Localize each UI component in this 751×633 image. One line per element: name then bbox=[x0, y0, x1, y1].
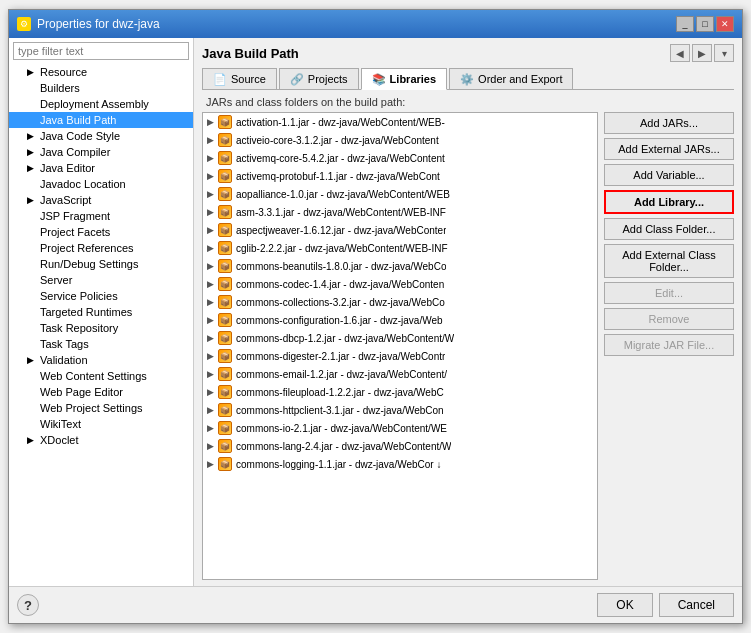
close-button[interactable]: ✕ bbox=[716, 16, 734, 32]
panel-header: Java Build Path ◀ ▶ ▾ bbox=[202, 44, 734, 62]
help-button[interactable]: ? bbox=[17, 594, 39, 616]
properties-dialog: ⚙ Properties for dwz-java _ □ ✕ ▶Resourc… bbox=[8, 9, 743, 624]
jar-list-item[interactable]: ▶📦aopalliance-1.0.jar - dwz-java/WebCont… bbox=[203, 185, 597, 203]
jar-list-item[interactable]: ▶📦aspectjweaver-1.6.12.jar - dwz-java/We… bbox=[203, 221, 597, 239]
jar-icon: 📦 bbox=[218, 223, 232, 237]
tree-item-task-repository[interactable]: Task Repository bbox=[9, 320, 193, 336]
jar-list-item[interactable]: ▶📦commons-codec-1.4.jar - dwz-java/WebCo… bbox=[203, 275, 597, 293]
filter-input[interactable] bbox=[13, 42, 189, 60]
right-panel: Java Build Path ◀ ▶ ▾ 📄Source🔗Projects📚L… bbox=[194, 38, 742, 586]
list-expand-icon: ▶ bbox=[207, 369, 214, 379]
jar-icon: 📦 bbox=[218, 169, 232, 183]
tree-item-xdoclet[interactable]: ▶XDoclet bbox=[9, 432, 193, 448]
tree-item-wikitext[interactable]: WikiText bbox=[9, 416, 193, 432]
tab-projects[interactable]: 🔗Projects bbox=[279, 68, 359, 89]
tree-item-java-code-style[interactable]: ▶Java Code Style bbox=[9, 128, 193, 144]
list-expand-icon: ▶ bbox=[207, 441, 214, 451]
jar-item-label: activeio-core-3.1.2.jar - dwz-java/WebCo… bbox=[236, 135, 439, 146]
jar-list-item[interactable]: ▶📦activemq-core-5.4.2.jar - dwz-java/Web… bbox=[203, 149, 597, 167]
title-bar-buttons: _ □ ✕ bbox=[676, 16, 734, 32]
list-expand-icon: ▶ bbox=[207, 423, 214, 433]
tree-item-javascript[interactable]: ▶JavaScript bbox=[9, 192, 193, 208]
libraries-tab-icon: 📚 bbox=[372, 72, 386, 86]
jar-icon: 📦 bbox=[218, 259, 232, 273]
buttons-panel: Add JARs...Add External JARs...Add Varia… bbox=[604, 112, 734, 580]
nav-forward-button[interactable]: ▶ bbox=[692, 44, 712, 62]
add-library-button[interactable]: Add Library... bbox=[604, 190, 734, 214]
tree-item-java-build-path[interactable]: Java Build Path bbox=[9, 112, 193, 128]
tree-item-service-policies[interactable]: Service Policies bbox=[9, 288, 193, 304]
tree-item-builders[interactable]: Builders bbox=[9, 80, 193, 96]
list-expand-icon: ▶ bbox=[207, 243, 214, 253]
add-variable-button[interactable]: Add Variable... bbox=[604, 164, 734, 186]
jar-list-item[interactable]: ▶📦commons-beanutils-1.8.0.jar - dwz-java… bbox=[203, 257, 597, 275]
jar-list-item[interactable]: ▶📦activation-1.1.jar - dwz-java/WebConte… bbox=[203, 113, 597, 131]
title-bar-left: ⚙ Properties for dwz-java bbox=[17, 17, 160, 31]
jar-list-item[interactable]: ▶📦commons-lang-2.4.jar - dwz-java/WebCon… bbox=[203, 437, 597, 455]
tree-item-label: Service Policies bbox=[40, 290, 118, 302]
add-class-folder-button[interactable]: Add Class Folder... bbox=[604, 218, 734, 240]
jar-list-item[interactable]: ▶📦commons-io-2.1.jar - dwz-java/WebConte… bbox=[203, 419, 597, 437]
maximize-button[interactable]: □ bbox=[696, 16, 714, 32]
jar-list[interactable]: ▶📦activation-1.1.jar - dwz-java/WebConte… bbox=[202, 112, 598, 580]
tree-item-deployment-assembly[interactable]: Deployment Assembly bbox=[9, 96, 193, 112]
list-expand-icon: ▶ bbox=[207, 261, 214, 271]
tree-item-javadoc-location[interactable]: Javadoc Location bbox=[9, 176, 193, 192]
tree-item-label: Javadoc Location bbox=[40, 178, 126, 190]
jar-list-item[interactable]: ▶📦asm-3.3.1.jar - dwz-java/WebContent/WE… bbox=[203, 203, 597, 221]
jar-list-item[interactable]: ▶📦commons-configuration-1.6.jar - dwz-ja… bbox=[203, 311, 597, 329]
tree-item-validation[interactable]: ▶Validation bbox=[9, 352, 193, 368]
jar-icon: 📦 bbox=[218, 403, 232, 417]
tree-item-web-content-settings[interactable]: Web Content Settings bbox=[9, 368, 193, 384]
jar-item-label: asm-3.3.1.jar - dwz-java/WebContent/WEB-… bbox=[236, 207, 446, 218]
add-jars-button[interactable]: Add JARs... bbox=[604, 112, 734, 134]
jar-list-item[interactable]: ▶📦commons-digester-2.1.jar - dwz-java/We… bbox=[203, 347, 597, 365]
migrate-button: Migrate JAR File... bbox=[604, 334, 734, 356]
jar-list-item[interactable]: ▶📦activemq-protobuf-1.1.jar - dwz-java/W… bbox=[203, 167, 597, 185]
minimize-button[interactable]: _ bbox=[676, 16, 694, 32]
tree-expand-icon: ▶ bbox=[27, 195, 37, 205]
tree-item-java-compiler[interactable]: ▶Java Compiler bbox=[9, 144, 193, 160]
jar-icon: 📦 bbox=[218, 205, 232, 219]
jar-list-item[interactable]: ▶📦commons-dbcp-1.2.jar - dwz-java/WebCon… bbox=[203, 329, 597, 347]
tree-item-targeted-runtimes[interactable]: Targeted Runtimes bbox=[9, 304, 193, 320]
tree-item-resource[interactable]: ▶Resource bbox=[9, 64, 193, 80]
tabs-bar: 📄Source🔗Projects📚Libraries⚙️Order and Ex… bbox=[202, 68, 734, 90]
tab-source[interactable]: 📄Source bbox=[202, 68, 277, 89]
tree-item-jsp-fragment[interactable]: JSP Fragment bbox=[9, 208, 193, 224]
tree-item-web-project-settings[interactable]: Web Project Settings bbox=[9, 400, 193, 416]
cancel-button[interactable]: Cancel bbox=[659, 593, 734, 617]
tree-item-label: JavaScript bbox=[40, 194, 91, 206]
bottom-bar: ? OK Cancel bbox=[9, 586, 742, 623]
jar-list-item[interactable]: ▶📦activeio-core-3.1.2.jar - dwz-java/Web… bbox=[203, 131, 597, 149]
tree-item-label: Project Facets bbox=[40, 226, 110, 238]
tree-item-label: Web Content Settings bbox=[40, 370, 147, 382]
tree-item-label: Builders bbox=[40, 82, 80, 94]
jar-list-item[interactable]: ▶📦commons-email-1.2.jar - dwz-java/WebCo… bbox=[203, 365, 597, 383]
list-expand-icon: ▶ bbox=[207, 207, 214, 217]
tree-item-project-facets[interactable]: Project Facets bbox=[9, 224, 193, 240]
add-external-class-folder-button[interactable]: Add External Class Folder... bbox=[604, 244, 734, 278]
jar-list-item[interactable]: ▶📦commons-collections-3.2.jar - dwz-java… bbox=[203, 293, 597, 311]
tree-item-task-tags[interactable]: Task Tags bbox=[9, 336, 193, 352]
jar-item-label: aopalliance-1.0.jar - dwz-java/WebConten… bbox=[236, 189, 450, 200]
remove-button: Remove bbox=[604, 308, 734, 330]
tab-order[interactable]: ⚙️Order and Export bbox=[449, 68, 573, 89]
jar-list-item[interactable]: ▶📦commons-fileupload-1.2.2.jar - dwz-jav… bbox=[203, 383, 597, 401]
tab-libraries[interactable]: 📚Libraries bbox=[361, 68, 447, 90]
list-expand-icon: ▶ bbox=[207, 459, 214, 469]
tree-item-server[interactable]: Server bbox=[9, 272, 193, 288]
jar-list-item[interactable]: ▶📦commons-logging-1.1.jar - dwz-java/Web… bbox=[203, 455, 597, 473]
tree-item-run/debug-settings[interactable]: Run/Debug Settings bbox=[9, 256, 193, 272]
tree-item-java-editor[interactable]: ▶Java Editor bbox=[9, 160, 193, 176]
jar-list-item[interactable]: ▶📦cglib-2.2.2.jar - dwz-java/WebContent/… bbox=[203, 239, 597, 257]
tree-item-label: Project References bbox=[40, 242, 134, 254]
jar-item-label: commons-beanutils-1.8.0.jar - dwz-java/W… bbox=[236, 261, 446, 272]
ok-button[interactable]: OK bbox=[597, 593, 652, 617]
nav-back-button[interactable]: ◀ bbox=[670, 44, 690, 62]
add-external-jars-button[interactable]: Add External JARs... bbox=[604, 138, 734, 160]
tree-item-web-page-editor[interactable]: Web Page Editor bbox=[9, 384, 193, 400]
nav-menu-button[interactable]: ▾ bbox=[714, 44, 734, 62]
tree-item-project-references[interactable]: Project References bbox=[9, 240, 193, 256]
jar-list-item[interactable]: ▶📦commons-httpclient-3.1.jar - dwz-java/… bbox=[203, 401, 597, 419]
